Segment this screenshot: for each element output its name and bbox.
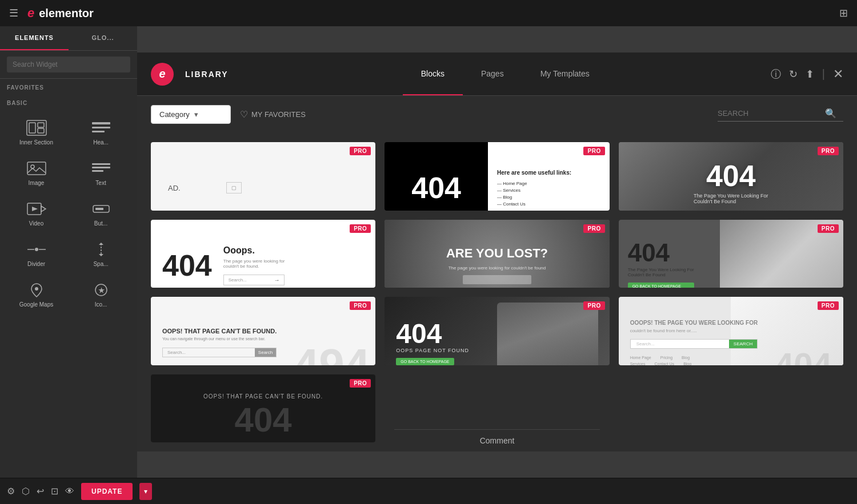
top-bar: ☰ e elementor ⊞ [0,0,857,26]
element-text[interactable]: Text [69,152,133,192]
svg-marker-21 [99,243,103,245]
library-title: LIBRARY [185,70,229,79]
text-icon [91,160,111,176]
modal-header: e LIBRARY Blocks Pages My Templates ⓘ ↻ … [137,53,857,96]
svg-rect-2 [38,123,44,127]
templates-grid: AD. ▢ PRO 404 Here are some useful links… [137,133,857,451]
category-dropdown[interactable]: Category ▾ [151,105,231,124]
tab-blocks[interactable]: Blocks [403,53,463,95]
elementor-e-icon: e [27,6,34,21]
element-button[interactable]: But... [69,193,133,232]
google-maps-icon [26,282,47,298]
favorites-label: MY FAVORITES [251,110,306,119]
update-button[interactable]: UPDATE [81,483,133,500]
settings-icon[interactable]: ⚙ [7,486,15,497]
svg-marker-22 [99,254,103,256]
pro-badge: PRO [818,301,839,310]
element-divider[interactable]: Divider [5,233,68,273]
google-maps-label: Google Maps [19,301,53,308]
tab-pages[interactable]: Pages [463,53,522,95]
element-icon[interactable]: ★ Ico... [69,274,133,313]
svg-rect-9 [92,163,110,165]
close-icon[interactable]: ✕ [833,68,843,80]
svg-rect-16 [95,208,103,210]
pro-badge: PRO [818,224,839,233]
modal-tabs: Blocks Pages My Templates [251,53,759,95]
button-label: But... [94,220,107,227]
tab-elements[interactable]: ELEMENTS [0,26,69,50]
inner-section-icon [26,120,47,136]
elementor-logo: e elementor [27,6,94,21]
main-layout: ELEMENTS GLO... FAVORITES BASIC Inner Se… [0,26,857,478]
template-card[interactable]: 404 OOPS PAGE NOT FOUND GO BACK TO HOMEP… [385,297,609,365]
template-card[interactable]: AD. ▢ PRO [151,142,375,211]
dropdown-arrow-icon: ▾ [194,110,198,119]
button-icon [91,201,111,217]
update-arrow-button[interactable]: ▾ [139,483,152,500]
text-label: Text [95,180,106,186]
template-card[interactable]: 404 Ooops. The page you were looking for… [151,220,375,288]
section-label-favorites: FAVORITES [0,79,137,94]
tab-global[interactable]: GLO... [69,26,137,50]
image-icon [26,160,47,176]
inner-section-label: Inner Section [19,139,53,146]
pro-badge: PRO [583,301,604,310]
element-google-maps[interactable]: Google Maps [5,274,68,313]
pro-badge: PRO [350,301,371,310]
responsive-icon[interactable]: ⊡ [51,486,58,497]
modal-divider: | [822,67,825,80]
svg-rect-11 [92,170,103,172]
layers-icon[interactable]: ⬡ [22,486,30,497]
search-input[interactable] [7,57,130,72]
element-image[interactable]: Image [5,152,68,192]
library-logo: e [151,63,174,86]
svg-rect-4 [92,122,110,124]
element-spacer[interactable]: Spa... [69,233,133,273]
bottom-bar: ⚙ ⬡ ↩ ⊡ 👁 UPDATE ▾ [0,478,857,504]
icon-element-icon: ★ [91,282,111,298]
favorites-button[interactable]: ♡ MY FAVORITES [240,109,306,120]
elementor-wordmark: elementor [39,7,94,20]
hamburger-icon[interactable]: ☰ [9,7,18,19]
template-card[interactable]: 404 Here are some useful links: — Home P… [385,142,609,211]
template-card[interactable]: OOPS! THAT PAGE CAN'T BE FOUND. 404 Home… [151,374,375,443]
sidebar: ELEMENTS GLO... FAVORITES BASIC Inner Se… [0,26,137,478]
divider-label: Divider [27,261,45,267]
comment-label: Comment [480,436,515,445]
svg-rect-3 [38,128,44,133]
svg-point-23 [35,287,38,291]
grid-icon[interactable]: ⊞ [839,7,848,19]
heading-label: Hea... [93,139,109,146]
divider-icon [26,241,47,257]
template-card[interactable]: ARE YOU LOST? The page you were looking … [385,220,609,288]
template-card[interactable]: 404 The Page You Were Looking ForCouldn'… [619,142,843,211]
element-heading[interactable]: Hea... [69,112,133,151]
heading-icon [91,120,111,136]
template-search-container: 🔍 [718,108,843,122]
sync-icon[interactable]: ↻ [789,68,798,80]
pro-badge: PRO [350,147,371,155]
info-icon[interactable]: ⓘ [771,67,781,81]
spacer-icon [91,241,111,257]
svg-rect-10 [92,167,110,168]
tab-my-templates[interactable]: My Templates [522,53,608,95]
icon-element-label: Ico... [95,301,107,308]
svg-rect-7 [27,162,46,175]
element-inner-section[interactable]: Inner Section [5,112,68,151]
modal-toolbar: Category ▾ ♡ MY FAVORITES 🔍 [137,96,857,133]
template-card[interactable]: 404 The Page You Were Looking ForCouldn'… [619,220,843,288]
history-icon[interactable]: ↩ [37,486,44,497]
template-card[interactable]: 494 OOPS! THAT PAGE CAN'T BE FOUND. You … [151,297,375,365]
template-card[interactable]: Ooops! The page you were looking for cou… [619,297,843,365]
eye-icon[interactable]: 👁 [65,486,74,497]
spacer-label: Spa... [93,261,108,267]
save-template-icon[interactable]: ⬆ [806,68,814,80]
pro-badge: PRO [583,224,604,233]
template-search-input[interactable] [718,109,820,118]
svg-marker-14 [32,207,38,211]
pro-badge: PRO [583,147,604,155]
search-icon[interactable]: 🔍 [825,108,836,119]
pro-badge: PRO [350,224,371,233]
element-video[interactable]: Video [5,193,68,232]
sidebar-search-container [0,51,137,79]
